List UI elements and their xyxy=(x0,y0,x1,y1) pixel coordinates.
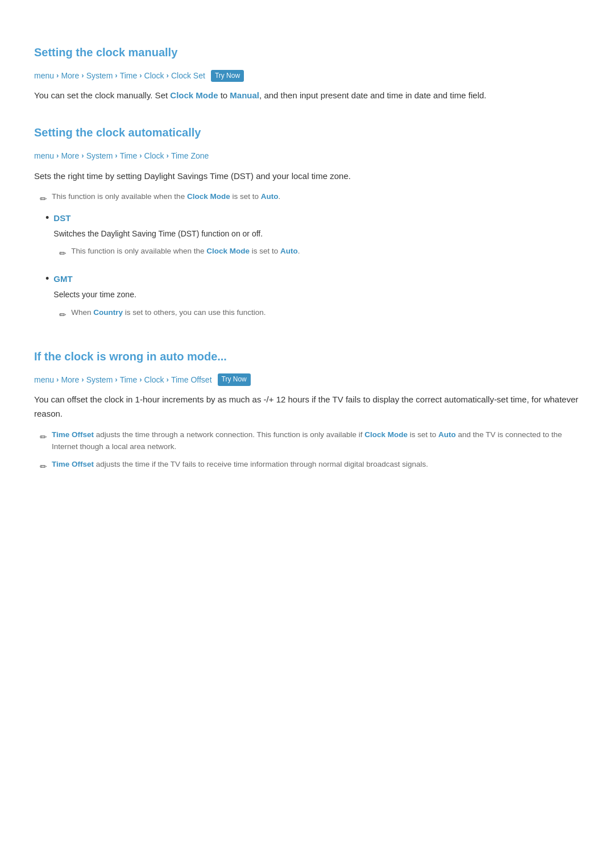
breadcrumb-sep-3-5: › xyxy=(167,374,169,386)
breadcrumb-time-3[interactable]: Time xyxy=(120,373,138,386)
breadcrumb-auto: menu › More › System › Time › Clock › Ti… xyxy=(34,149,580,162)
highlight-manual: Manual xyxy=(230,90,259,100)
try-now-button-manual[interactable]: Try Now xyxy=(211,70,244,82)
breadcrumb-menu[interactable]: menu xyxy=(34,69,54,82)
breadcrumb-menu-3[interactable]: menu xyxy=(34,373,54,386)
breadcrumb-clock-3[interactable]: Clock xyxy=(144,373,164,386)
bullet-desc-dst: Switches the Daylight Saving Time (DST) … xyxy=(53,227,580,240)
pencil-icon-1: ✏ xyxy=(40,192,47,205)
highlight-country: Country xyxy=(93,308,123,317)
breadcrumb-sep-3-1: › xyxy=(56,374,59,386)
highlight-clock-mode-1: Clock Mode xyxy=(170,90,218,100)
breadcrumb-clock-set[interactable]: Clock Set xyxy=(171,69,205,82)
breadcrumb-clock-2[interactable]: Clock xyxy=(144,149,164,162)
highlight-clock-mode-dst: Clock Mode xyxy=(206,247,250,255)
note-dst: ✏ This function is only available when t… xyxy=(59,246,580,260)
try-now-button-wrong[interactable]: Try Now xyxy=(218,373,251,385)
breadcrumb-sep-2-2: › xyxy=(81,150,84,162)
body-text-manual: You can set the clock manually. Set Cloc… xyxy=(34,89,580,103)
highlight-time-offset-2: Time Offset xyxy=(52,460,94,468)
note-text-dst: This function is only available when the… xyxy=(71,246,300,258)
highlight-auto-dst: Auto xyxy=(280,247,298,255)
list-item-gmt: • GMT Selects your time zone. ✏ When Cou… xyxy=(45,272,580,327)
breadcrumb-system-3[interactable]: System xyxy=(86,373,113,386)
note-wrong-2: ✏ Time Offset adjusts the time if the TV… xyxy=(40,459,580,473)
note-gmt: ✏ When Country is set to others, you can… xyxy=(59,307,580,321)
pencil-icon-gmt: ✏ xyxy=(59,308,67,321)
breadcrumb-sep-4: › xyxy=(139,70,142,82)
pencil-icon-wrong-2: ✏ xyxy=(40,460,47,473)
note-text-wrong-1: Time Offset adjusts the time through a n… xyxy=(52,429,580,453)
breadcrumb-sep-3-3: › xyxy=(115,374,117,386)
breadcrumb-sep-2: › xyxy=(81,70,84,82)
breadcrumb-more[interactable]: More xyxy=(61,69,79,82)
breadcrumb-sep-3-2: › xyxy=(81,374,84,386)
note-text-gmt: When Country is set to others, you can u… xyxy=(71,307,265,319)
breadcrumb-sep-2-5: › xyxy=(167,150,169,162)
breadcrumb-more-2[interactable]: More xyxy=(61,149,79,162)
bullet-dot-gmt: • xyxy=(45,272,49,285)
bullet-desc-gmt: Selects your time zone. xyxy=(53,288,580,301)
highlight-time-offset-1: Time Offset xyxy=(52,430,94,439)
breadcrumb-time-2[interactable]: Time xyxy=(120,149,138,162)
bullet-list-auto: • DST Switches the Daylight Saving Time … xyxy=(45,211,580,327)
pencil-icon-wrong-1: ✏ xyxy=(40,430,47,443)
breadcrumb-sep-2-1: › xyxy=(56,150,59,162)
note-text-auto-1: This function is only available when the… xyxy=(52,191,280,203)
pencil-icon-dst: ✏ xyxy=(59,247,67,260)
breadcrumb-system-2[interactable]: System xyxy=(86,149,113,162)
breadcrumb-sep-2-4: › xyxy=(139,150,142,162)
note-wrong-1: ✏ Time Offset adjusts the time through a… xyxy=(40,429,580,453)
breadcrumb-sep-3-4: › xyxy=(139,374,142,386)
breadcrumb-system[interactable]: System xyxy=(86,69,113,82)
breadcrumb-more-3[interactable]: More xyxy=(61,373,79,386)
body-text-wrong: You can offset the clock in 1-hour incre… xyxy=(34,393,580,421)
breadcrumb-time-offset[interactable]: Time Offset xyxy=(171,373,212,386)
section-auto: Setting the clock automatically menu › M… xyxy=(34,123,580,327)
breadcrumb-manual: menu › More › System › Time › Clock › Cl… xyxy=(34,69,580,82)
breadcrumb-sep-3: › xyxy=(115,70,117,82)
section-wrong: If the clock is wrong in auto mode... me… xyxy=(34,347,580,473)
breadcrumb-wrong: menu › More › System › Time › Clock › Ti… xyxy=(34,373,580,386)
bullet-content-gmt: GMT Selects your time zone. ✏ When Count… xyxy=(53,272,580,327)
note-text-wrong-2: Time Offset adjusts the time if the TV f… xyxy=(52,459,428,471)
highlight-clock-mode-3: Clock Mode xyxy=(364,430,408,439)
section-manual: Setting the clock manually menu › More ›… xyxy=(34,43,580,103)
breadcrumb-sep-1: › xyxy=(56,70,59,82)
section-heading-auto: Setting the clock automatically xyxy=(34,123,580,142)
highlight-clock-mode-2: Clock Mode xyxy=(187,192,230,201)
note-auto-1: ✏ This function is only available when t… xyxy=(40,191,580,205)
highlight-auto-2: Auto xyxy=(438,430,456,439)
highlight-auto-1: Auto xyxy=(261,192,279,201)
section-heading-manual: Setting the clock manually xyxy=(34,43,580,61)
body-text-auto: Sets the right time by setting Daylight … xyxy=(34,169,580,184)
list-item-dst: • DST Switches the Daylight Saving Time … xyxy=(45,211,580,266)
section-heading-wrong: If the clock is wrong in auto mode... xyxy=(34,347,580,366)
bullet-label-dst: DST xyxy=(53,211,580,225)
breadcrumb-sep-2-3: › xyxy=(115,150,117,162)
breadcrumb-time[interactable]: Time xyxy=(120,69,138,82)
breadcrumb-menu-2[interactable]: menu xyxy=(34,149,54,162)
bullet-label-gmt: GMT xyxy=(53,272,580,286)
breadcrumb-time-zone[interactable]: Time Zone xyxy=(171,149,209,162)
bullet-dot-dst: • xyxy=(45,211,49,225)
breadcrumb-clock[interactable]: Clock xyxy=(144,69,164,82)
bullet-content-dst: DST Switches the Daylight Saving Time (D… xyxy=(53,211,580,266)
breadcrumb-sep-5: › xyxy=(167,70,169,82)
